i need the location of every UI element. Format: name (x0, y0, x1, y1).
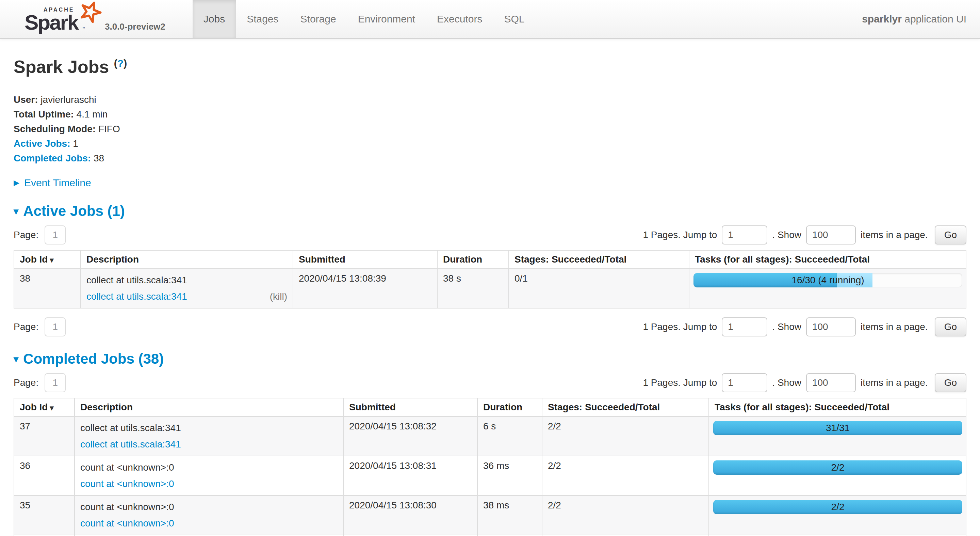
description-link[interactable]: count at <unknown>:0 (80, 479, 174, 489)
summary-active-jobs: Active Jobs: 1 (14, 136, 966, 151)
expand-arrow-icon: ▶ (14, 179, 19, 187)
summary-uptime-value: 4.1 min (76, 109, 108, 120)
items-per-page-input[interactable] (806, 225, 856, 244)
description-link[interactable]: collect at utils.scala:341 (86, 291, 187, 302)
duration-cell: 36 ms (477, 456, 542, 496)
summary-active-jobs-link[interactable]: Active Jobs: (14, 138, 70, 149)
items-per-page-text: items in a page. (861, 230, 928, 241)
go-button[interactable]: Go (935, 317, 966, 337)
col-header-duration[interactable]: Duration (477, 398, 542, 416)
col-header-job-id[interactable]: Job Id▾ (14, 250, 81, 269)
summary-scheduling-label: Scheduling Mode: (14, 124, 95, 134)
help-badge: (?) (114, 57, 127, 69)
items-per-page-text: items in a page. (861, 377, 928, 388)
col-header-stages[interactable]: Stages: Succeeded/Total (542, 398, 709, 416)
page-title: Spark Jobs (?) (14, 57, 966, 77)
description-cell: count at <unknown>:0 count at <unknown>:… (75, 456, 343, 496)
summary-active-jobs-value: 1 (73, 138, 78, 149)
col-header-stages[interactable]: Stages: Succeeded/Total (509, 250, 689, 269)
active-jobs-pagination-top: Page: 1 1 Pages. Jump to . Show items in… (14, 225, 966, 244)
spark-version: 3.0.0-preview2 (105, 21, 165, 38)
event-timeline-toggle[interactable]: ▶ Event Timeline (14, 177, 91, 189)
progress-label: 31/31 (713, 421, 962, 435)
trademark-mark: ™ (81, 26, 85, 31)
completed-jobs-heading-text: Completed Jobs (38) (23, 351, 164, 367)
tab-environment-link[interactable]: Environment (347, 0, 426, 38)
col-header-duration[interactable]: Duration (437, 250, 509, 269)
event-timeline-label: Event Timeline (24, 177, 91, 189)
summary-completed-jobs-link[interactable]: Completed Jobs: (14, 153, 91, 163)
col-header-job-id[interactable]: Job Id▾ (14, 398, 75, 416)
tab-storage-link[interactable]: Storage (290, 0, 347, 38)
spark-logo[interactable]: APACHE Spark ™ 3.0.0-preview2 (0, 0, 165, 38)
application-name-bold: sparklyr (862, 13, 902, 24)
help-link[interactable]: ? (118, 57, 124, 69)
summary-scheduling-mode: Scheduling Mode: FIFO (14, 121, 966, 136)
tab-jobs-link[interactable]: Jobs (192, 0, 236, 38)
nav-tabs: Jobs Stages Storage Environment Executor… (192, 0, 536, 38)
tab-storage[interactable]: Storage (290, 0, 347, 38)
page-label: Page: (14, 230, 38, 241)
tab-stages-link[interactable]: Stages (236, 0, 289, 38)
tab-environment[interactable]: Environment (347, 0, 426, 38)
show-text: . Show (772, 321, 801, 332)
active-jobs-heading[interactable]: ▾ Active Jobs (1) (14, 203, 966, 219)
col-header-description[interactable]: Description (75, 398, 343, 416)
sort-desc-icon: ▾ (50, 404, 53, 412)
tasks-progress-bar: 31/31 (713, 421, 962, 435)
page-number-button[interactable]: 1 (45, 225, 66, 244)
page-title-text: Spark Jobs (14, 57, 109, 77)
col-header-submitted[interactable]: Submitted (343, 398, 477, 416)
tab-jobs[interactable]: Jobs (192, 0, 236, 38)
stages-cell: 2/2 (542, 416, 709, 456)
items-per-page-input[interactable] (806, 317, 856, 337)
completed-jobs-table: Job Id▾ Description Submitted Duration S… (14, 398, 966, 536)
submitted-cell: 2020/04/15 13:08:31 (343, 456, 477, 496)
tab-executors[interactable]: Executors (426, 0, 493, 38)
completed-jobs-heading[interactable]: ▾ Completed Jobs (38) (14, 351, 966, 367)
job-id-cell: 37 (14, 416, 75, 456)
stages-cell: 0/1 (509, 269, 689, 308)
summary-completed-jobs: Completed Jobs: 38 (14, 151, 966, 166)
col-header-description[interactable]: Description (81, 250, 293, 269)
items-per-page-input[interactable] (806, 373, 856, 392)
description-cell: collect at utils.scala:341 collect at ut… (75, 416, 343, 456)
description-link[interactable]: collect at utils.scala:341 (80, 439, 181, 450)
summary-completed-jobs-value: 38 (94, 153, 104, 163)
tasks-cell: 2/2 (709, 456, 966, 496)
duration-cell: 38 ms (477, 496, 542, 535)
navbar: APACHE Spark ™ 3.0.0-preview2 Jobs Stage… (0, 0, 980, 39)
col-header-tasks[interactable]: Tasks (for all stages): Succeeded/Total (689, 250, 966, 269)
help-paren-close: ) (124, 57, 127, 69)
description-text: count at <unknown>:0 (80, 500, 337, 514)
spark-star-icon (80, 1, 102, 25)
jump-to-page-input[interactable] (722, 317, 767, 337)
description-text: collect at utils.scala:341 (80, 421, 337, 435)
collapse-arrow-icon: ▾ (14, 206, 18, 217)
show-text: . Show (772, 230, 801, 241)
tab-sql-link[interactable]: SQL (493, 0, 535, 38)
sort-desc-icon: ▾ (50, 256, 53, 264)
tab-sql[interactable]: SQL (493, 0, 535, 38)
page-number-button[interactable]: 1 (45, 317, 66, 337)
pages-jump-text: 1 Pages. Jump to (643, 321, 717, 332)
go-button[interactable]: Go (935, 225, 966, 244)
summary-user-label: User: (14, 94, 38, 105)
col-header-job-id-text: Job Id (20, 254, 48, 265)
help-paren-open: ( (114, 57, 118, 69)
description-cell: count at <unknown>:0 count at <unknown>:… (75, 496, 343, 535)
kill-job-link[interactable]: (kill) (270, 289, 287, 304)
active-jobs-heading-text: Active Jobs (1) (23, 203, 125, 219)
jump-to-page-input[interactable] (722, 373, 767, 392)
job-id-cell: 35 (14, 496, 75, 535)
col-header-submitted[interactable]: Submitted (293, 250, 437, 269)
tab-stages[interactable]: Stages (236, 0, 289, 38)
col-header-tasks[interactable]: Tasks (for all stages): Succeeded/Total (709, 398, 966, 416)
go-button[interactable]: Go (935, 373, 966, 392)
jump-to-page-input[interactable] (722, 225, 767, 244)
tab-executors-link[interactable]: Executors (426, 0, 493, 38)
description-link[interactable]: count at <unknown>:0 (80, 518, 174, 528)
page-number-button[interactable]: 1 (45, 373, 66, 392)
active-jobs-pagination-bottom: Page: 1 1 Pages. Jump to . Show items in… (14, 317, 966, 337)
items-per-page-text: items in a page. (861, 321, 928, 332)
